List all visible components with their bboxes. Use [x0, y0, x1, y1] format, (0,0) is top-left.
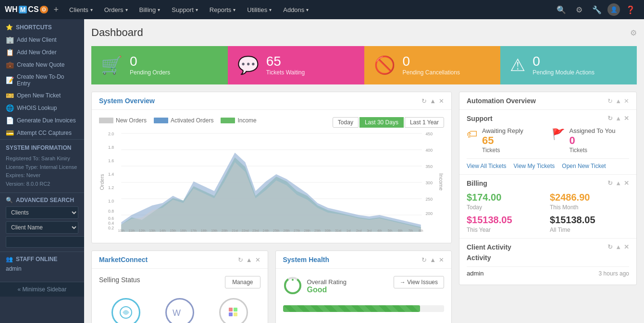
stat-card-pending-cancellations[interactable]: 🚫 0 Pending Cancellations — [364, 46, 501, 84]
health-wheel-icon — [283, 276, 302, 297]
add-button[interactable]: + — [50, 5, 63, 15]
search-type-select[interactable]: Clients — [6, 206, 78, 219]
view-issues-button[interactable]: View Issues — [394, 276, 444, 288]
svg-text:250: 250 — [426, 197, 433, 202]
assigned-count: 0 — [570, 134, 616, 147]
svg-rect-58 — [234, 308, 237, 311]
stat-card-pending-orders[interactable]: 🛒 0 Pending Orders — [91, 46, 228, 84]
refresh-icon[interactable]: ↻ — [421, 97, 427, 105]
page-gear-icon[interactable]: ⚙ — [630, 28, 637, 37]
auto-close-icon[interactable]: ✕ — [624, 97, 629, 105]
mc-refresh-icon[interactable]: ↻ — [238, 256, 243, 263]
nav-billing[interactable]: Billing ▾ — [135, 0, 165, 19]
pending-orders-label: Pending Orders — [130, 69, 170, 76]
automation-overview-header: Automation Overview ↻ ▲ ✕ — [459, 92, 636, 110]
search-icon[interactable]: 🔍 — [553, 5, 570, 14]
billing-collapse-icon[interactable]: ▲ — [615, 179, 621, 187]
pending-cancellations-num: 0 — [403, 55, 460, 68]
svg-text:200: 200 — [426, 211, 433, 216]
activity-user-name: admin — [467, 270, 483, 277]
billing-close-icon[interactable]: ✕ — [624, 179, 629, 187]
stat-card-tickets-waiting[interactable]: 💬 65 Tickets Waiting — [228, 46, 364, 84]
today-amount: $174.00 — [467, 192, 546, 203]
svg-text:12th: 12th — [139, 229, 145, 232]
logo-gear-icon: ⚙ — [40, 6, 48, 13]
nav-clients[interactable]: Clients ▾ — [64, 0, 98, 19]
shortcuts-title: ⭐ Shortcuts — [0, 19, 84, 34]
system-info-title: System Information — [6, 144, 78, 153]
legend-new-label: New Orders — [116, 117, 147, 124]
nav-orders[interactable]: Orders ▾ — [99, 0, 133, 19]
sh-close-icon[interactable]: ✕ — [439, 256, 444, 263]
sidebar-item-create-quote[interactable]: 💼Create New Quote — [0, 59, 84, 71]
awaiting-reply-sub: Tickets — [482, 147, 523, 154]
sidebar-item-whois[interactable]: 🌐WHOIS Lookup — [0, 102, 84, 114]
search-field-select[interactable]: Client Name — [6, 221, 78, 234]
sidebar-item-create-todo[interactable]: 📝Create New To-Do Entry — [0, 71, 84, 89]
close-icon[interactable]: ✕ — [439, 97, 444, 105]
svg-text:0.8: 0.8 — [108, 209, 114, 214]
client-activity-controls: ↻ ▲ ✕ — [607, 243, 629, 251]
support-refresh-icon[interactable]: ↻ — [607, 115, 613, 122]
wrench-icon[interactable]: 🔧 — [588, 5, 606, 14]
svg-text:1.0: 1.0 — [108, 199, 114, 203]
sh-refresh-icon[interactable]: ↻ — [421, 256, 427, 263]
svg-text:1.2: 1.2 — [108, 185, 114, 190]
user-avatar[interactable]: 👤 — [607, 3, 620, 16]
nav-utilities[interactable]: Utilities ▾ — [242, 0, 276, 19]
legend-income-label: Income — [237, 117, 256, 124]
legend-income: Income — [221, 117, 256, 124]
sidebar-item-invoices[interactable]: 📄Generate Due Invoices — [0, 114, 84, 127]
advanced-search-title: 🔍 Advanced Search — [6, 197, 78, 203]
ca-close-icon[interactable]: ✕ — [624, 243, 629, 251]
sh-collapse-icon[interactable]: ▲ — [430, 256, 436, 263]
search-input[interactable] — [6, 236, 84, 248]
ca-refresh-icon[interactable]: ↻ — [607, 243, 613, 251]
chart-btn-30days[interactable]: Last 30 Days — [359, 117, 404, 128]
support-collapse-icon[interactable]: ▲ — [615, 115, 621, 122]
stat-card-module-actions[interactable]: ⚠ 0 Pending Module Actions — [500, 46, 637, 84]
svg-text:1st: 1st — [347, 229, 351, 232]
view-my-tickets-link[interactable]: View My Tickets — [513, 163, 555, 169]
billing-refresh-icon[interactable]: ↻ — [607, 179, 613, 187]
advanced-search: 🔍 Advanced Search Clients Client Name Se… — [0, 193, 84, 252]
system-information: System Information Registered To: Sarah … — [0, 139, 84, 193]
sidebar-item-add-order[interactable]: 📋Add New Order — [0, 46, 84, 59]
svg-text:450: 450 — [426, 132, 433, 136]
sidebar-item-cc-captures[interactable]: 💳Attempt CC Captures — [0, 127, 84, 139]
manage-button[interactable]: Manage — [225, 276, 260, 288]
mc-close-icon[interactable]: ✕ — [255, 256, 260, 263]
collapse-icon[interactable]: ▲ — [430, 97, 436, 105]
ca-collapse-icon[interactable]: ▲ — [615, 243, 621, 251]
view-all-tickets-link[interactable]: View All Tickets — [467, 163, 506, 169]
network-icon[interactable]: ⚙ — [572, 5, 586, 14]
help-icon[interactable]: ❓ — [622, 5, 639, 14]
chart-btn-today[interactable]: Today — [333, 117, 359, 128]
svg-text:10th: 10th — [118, 229, 124, 232]
tickets-waiting-label: Tickets Waiting — [266, 69, 305, 76]
nav-addons[interactable]: Addons ▾ — [278, 0, 313, 19]
mc-collapse-icon[interactable]: ▲ — [246, 256, 252, 263]
nav-support[interactable]: Support ▾ — [167, 0, 203, 19]
auto-refresh-icon[interactable]: ↻ — [607, 97, 613, 105]
sidebar-item-add-client[interactable]: 🏢Add New Client — [0, 34, 84, 46]
tag-icon: 🏷 — [467, 128, 477, 141]
svg-text:30th: 30th — [325, 229, 331, 232]
legend-income-color — [221, 118, 235, 123]
overall-rating: Overall Rating Good — [283, 276, 347, 297]
minimise-sidebar-button[interactable]: « Minimise Sidebar — [0, 282, 84, 297]
nav-reports[interactable]: Reports ▾ — [205, 0, 241, 19]
expires: Expires: Never — [6, 171, 78, 180]
logo[interactable]: WH M CS ⚙ — [5, 5, 48, 14]
svg-text:3rd: 3rd — [367, 229, 372, 232]
legend-activated-orders: Activated Orders — [154, 117, 213, 124]
sidebar-item-open-ticket[interactable]: 🎫Open New Ticket — [0, 89, 84, 102]
svg-point-63 — [292, 279, 294, 281]
support-close-icon[interactable]: ✕ — [624, 115, 629, 122]
chart-btn-1year[interactable]: Last 1 Year — [405, 117, 444, 128]
system-health-title: System Health — [283, 256, 329, 263]
auto-collapse-icon[interactable]: ▲ — [615, 97, 621, 105]
system-health-header: System Health ↻ ▲ ✕ — [276, 251, 452, 269]
open-new-ticket-link[interactable]: Open New Ticket — [562, 163, 606, 169]
registered-to: Registered To: Sarah Kiniry — [6, 155, 78, 163]
